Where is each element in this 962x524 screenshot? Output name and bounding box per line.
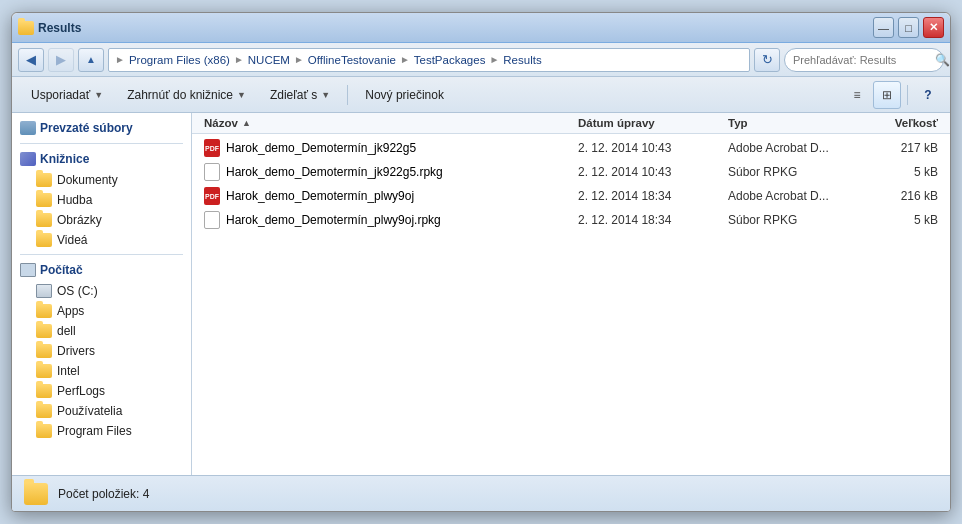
address-path[interactable]: ► Program Files (x86) ► NUCEM ► OfflineT… — [108, 48, 750, 72]
drive-icon-c — [36, 284, 52, 298]
new-folder-button[interactable]: Nový priečinok — [354, 81, 455, 109]
sidebar-pocitac-label: Počítač — [40, 263, 83, 277]
file-size-2: 5 kB — [858, 165, 938, 179]
path-arrow-1: ► — [234, 54, 244, 65]
sidebar-item-hudba[interactable]: Hudba — [12, 190, 191, 210]
sidebar-drivers-label: Drivers — [57, 344, 95, 358]
refresh-button[interactable]: ↻ — [754, 48, 780, 72]
sidebar-divider-2 — [20, 254, 183, 255]
column-headers: Názov ▲ Dátum úpravy Typ Veľkosť — [192, 113, 950, 134]
sidebar-item-dell[interactable]: dell — [12, 321, 191, 341]
path-separator: ► — [115, 54, 125, 65]
forward-button[interactable]: ▶ — [48, 48, 74, 72]
col-header-date[interactable]: Dátum úpravy — [578, 117, 728, 129]
help-button[interactable]: ? — [914, 81, 942, 109]
include-library-button[interactable]: Zahrnúť do knižnice ▼ — [116, 81, 257, 109]
rpkg-icon-2 — [204, 211, 220, 229]
path-part-3[interactable]: OfflineTestovanie — [308, 54, 396, 66]
sidebar-item-obrazky[interactable]: Obrázky — [12, 210, 191, 230]
col-header-name[interactable]: Názov ▲ — [204, 117, 578, 129]
sidebar-item-dokumenty[interactable]: Dokumenty — [12, 170, 191, 190]
status-folder-icon — [24, 483, 48, 505]
file-size-3: 216 kB — [858, 189, 938, 203]
search-input[interactable] — [793, 54, 931, 66]
window-icon — [18, 21, 34, 35]
share-button[interactable]: Zdieľať s ▼ — [259, 81, 341, 109]
sidebar-item-pouzivatelia[interactable]: Používatelia — [12, 401, 191, 421]
file-type-1: Adobe Acrobat D... — [728, 141, 858, 155]
sidebar-kniznice-label: Knižnice — [40, 152, 89, 166]
status-text: Počet položiek: 4 — [58, 487, 149, 501]
sidebar-section-kniznice[interactable]: Knižnice — [12, 148, 191, 170]
path-part-1[interactable]: Program Files (x86) — [129, 54, 230, 66]
status-bar: Počet položiek: 4 — [12, 475, 950, 511]
sidebar-item-perflogs[interactable]: PerfLogs — [12, 381, 191, 401]
folder-icon-videa — [36, 233, 52, 247]
folder-icon-apps — [36, 304, 52, 318]
file-name-cell-2: Harok_demo_Demotermín_jk922g5.rpkg — [204, 163, 578, 181]
file-type-3: Adobe Acrobat D... — [728, 189, 858, 203]
maximize-button[interactable]: □ — [898, 17, 919, 38]
sidebar-apps-label: Apps — [57, 304, 84, 318]
folder-icon-hudba — [36, 193, 52, 207]
col-type-label: Typ — [728, 117, 748, 129]
address-bar: ◀ ▶ ▲ ► Program Files (x86) ► NUCEM ► Of… — [12, 43, 950, 77]
path-arrow-4: ► — [489, 54, 499, 65]
table-row[interactable]: Harok_demo_Demotermín_jk922g5.rpkg 2. 12… — [192, 160, 950, 184]
folder-icon-dell — [36, 324, 52, 338]
sort-button[interactable]: Usporiadať ▼ — [20, 81, 114, 109]
rpkg-icon-1 — [204, 163, 220, 181]
main-area: Prevzaté súbory Knižnice Dokumenty Hudba… — [12, 113, 950, 475]
sort-label: Usporiadať — [31, 88, 90, 102]
file-name-1: Harok_demo_Demotermín_jk922g5 — [226, 141, 416, 155]
path-part-2[interactable]: NUCEM — [248, 54, 290, 66]
up-button[interactable]: ▲ — [78, 48, 104, 72]
sidebar-item-program-files[interactable]: Program Files — [12, 421, 191, 441]
table-row[interactable]: PDF Harok_demo_Demotermín_plwy9oj 2. 12.… — [192, 184, 950, 208]
sidebar-section-pocitac[interactable]: Počítač — [12, 259, 191, 281]
folder-icon-program-files — [36, 424, 52, 438]
sidebar-item-prevzate[interactable]: Prevzaté súbory — [12, 117, 191, 139]
col-header-size[interactable]: Veľkosť — [858, 117, 938, 129]
table-row[interactable]: PDF Harok_demo_Demotermín_jk922g5 2. 12.… — [192, 136, 950, 160]
folder-icon-intel — [36, 364, 52, 378]
sidebar-program-files-label: Program Files — [57, 424, 132, 438]
library-icon — [20, 152, 36, 166]
back-button[interactable]: ◀ — [18, 48, 44, 72]
file-list: PDF Harok_demo_Demotermín_jk922g5 2. 12.… — [192, 134, 950, 475]
search-icon: 🔍 — [935, 53, 950, 67]
path-arrow-3: ► — [400, 54, 410, 65]
file-type-2: Súbor RPKG — [728, 165, 858, 179]
path-part-4[interactable]: TestPackages — [414, 54, 486, 66]
sidebar-item-intel[interactable]: Intel — [12, 361, 191, 381]
sidebar-item-videa[interactable]: Videá — [12, 230, 191, 250]
pdf-icon-2: PDF — [204, 187, 220, 205]
sidebar-divider-1 — [20, 143, 183, 144]
col-size-label: Veľkosť — [895, 117, 938, 129]
sidebar-item-apps[interactable]: Apps — [12, 301, 191, 321]
window-controls: — □ ✕ — [873, 17, 944, 38]
sidebar-prevzate-label: Prevzaté súbory — [40, 121, 133, 135]
folder-icon-pouzivatelia — [36, 404, 52, 418]
sidebar-hudba-label: Hudba — [57, 193, 92, 207]
view-list-button[interactable]: ≡ — [843, 81, 871, 109]
view-details-button[interactable]: ⊞ — [873, 81, 901, 109]
toolbar-separator-2 — [907, 85, 908, 105]
close-button[interactable]: ✕ — [923, 17, 944, 38]
sidebar-item-drivers[interactable]: Drivers — [12, 341, 191, 361]
sidebar-item-os-c[interactable]: OS (C:) — [12, 281, 191, 301]
path-arrow-2: ► — [294, 54, 304, 65]
table-row[interactable]: Harok_demo_Demotermín_plwy9oj.rpkg 2. 12… — [192, 208, 950, 232]
sidebar-pouzivatelia-label: Používatelia — [57, 404, 122, 418]
sidebar-os-c-label: OS (C:) — [57, 284, 98, 298]
col-header-type[interactable]: Typ — [728, 117, 858, 129]
minimize-button[interactable]: — — [873, 17, 894, 38]
path-part-5[interactable]: Results — [503, 54, 541, 66]
file-date-3: 2. 12. 2014 18:34 — [578, 189, 728, 203]
content-pane: Názov ▲ Dátum úpravy Typ Veľkosť PDF — [192, 113, 950, 475]
file-date-4: 2. 12. 2014 18:34 — [578, 213, 728, 227]
file-name-cell-3: PDF Harok_demo_Demotermín_plwy9oj — [204, 187, 578, 205]
file-size-1: 217 kB — [858, 141, 938, 155]
sidebar-obrazky-label: Obrázky — [57, 213, 102, 227]
folder-icon-dokumenty — [36, 173, 52, 187]
